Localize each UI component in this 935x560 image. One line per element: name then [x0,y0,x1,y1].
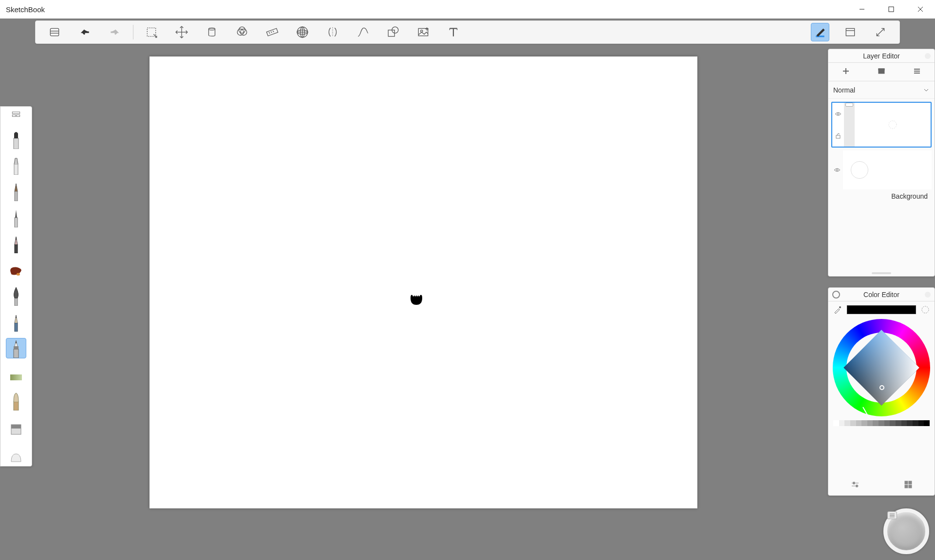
canvas[interactable] [150,56,697,508]
brush-smudge[interactable] [6,391,26,411]
svg-rect-54 [11,425,21,429]
gray-ramp[interactable] [828,417,935,426]
window-icon[interactable] [841,23,860,41]
brush-pencil[interactable] [6,234,26,254]
layer-opacity-slider[interactable] [844,103,855,147]
maximize-button[interactable] [877,0,906,19]
brush-paint[interactable] [6,260,26,280]
brush-airbrush[interactable] [6,338,26,358]
brush-eraser-soft[interactable] [6,443,26,463]
gray-cell[interactable] [901,420,907,426]
brush-chisel[interactable] [6,155,26,176]
undo-icon[interactable] [75,23,94,41]
gray-cell[interactable] [873,420,879,426]
layer-row-1[interactable] [831,102,932,148]
gray-cell[interactable] [867,420,873,426]
gray-cell[interactable] [913,420,918,426]
guides-icon[interactable] [233,23,251,41]
gray-cell[interactable] [896,420,901,426]
panel-resize-handle[interactable] [872,272,891,274]
svg-rect-39 [12,115,16,116]
gray-cell[interactable] [844,420,850,426]
brush-technical-pen[interactable] [6,207,26,228]
color-editor-bottom [828,476,935,495]
color-editor-title: Color Editor [863,291,899,299]
gray-cell[interactable] [833,420,839,426]
color-cursor[interactable] [879,385,884,390]
blend-mode-select[interactable]: Normal [828,81,935,99]
brush-flat[interactable] [6,364,26,385]
brush-eraser-hard[interactable] [6,417,26,437]
app-title: SketchBook [6,5,45,14]
layer-row-background[interactable] [831,150,932,189]
svg-rect-49 [14,349,19,358]
gray-cell[interactable] [850,420,856,426]
layer-editor-header[interactable]: Layer Editor [828,49,935,63]
transparent-icon[interactable] [921,305,930,314]
brush-marker[interactable] [6,129,26,149]
close-button[interactable] [906,0,935,19]
panel-collapse-icon[interactable] [925,292,931,298]
svg-rect-71 [853,482,855,484]
layer-bg-icon[interactable] [877,67,886,77]
gray-cell[interactable] [884,420,890,426]
brush-pen[interactable] [6,181,26,202]
svg-point-62 [837,113,839,115]
gray-cell[interactable] [890,420,896,426]
svg-rect-58 [879,69,884,70]
svg-rect-24 [388,30,394,37]
minimize-button[interactable] [847,0,877,19]
svg-rect-40 [17,115,20,116]
color-pick-row [828,301,935,318]
layer-thumbnail [855,103,931,147]
color-wheel[interactable] [833,319,930,416]
svg-rect-50 [14,346,19,349]
eye-icon[interactable] [835,111,842,117]
redo-icon[interactable] [106,23,124,41]
gray-cell[interactable] [861,420,867,426]
select-icon[interactable] [142,23,161,41]
brush-puck[interactable] [883,508,929,554]
svg-rect-1 [889,7,894,12]
fill-icon[interactable] [203,23,221,41]
gray-cell[interactable] [839,420,845,426]
svg-rect-52 [14,402,19,411]
curve-icon[interactable] [354,23,372,41]
layer-list: Background [828,99,935,203]
gray-cell[interactable] [918,420,924,426]
fullscreen-icon[interactable] [871,23,890,41]
color-wheel-icon[interactable] [832,291,840,299]
lock-icon[interactable] [835,132,842,139]
image-icon[interactable] [414,23,432,41]
svg-point-46 [17,273,20,276]
text-icon[interactable] [444,23,463,41]
sliders-icon[interactable] [851,480,860,491]
eye-icon[interactable] [834,167,841,173]
panel-collapse-icon[interactable] [925,53,931,59]
brush-mode-icon[interactable] [811,23,829,41]
symmetry-icon[interactable] [323,23,342,41]
layer-menu-icon[interactable] [913,67,921,77]
svg-rect-72 [856,485,858,487]
window-controls [847,0,935,19]
gray-cell[interactable] [856,420,862,426]
eyedropper-icon[interactable] [833,305,842,314]
shape-icon[interactable] [384,23,402,41]
color-editor-header[interactable]: Color Editor [828,288,935,301]
perspective-icon[interactable] [293,23,312,41]
swatches-icon[interactable] [904,480,913,491]
gray-cell[interactable] [907,420,913,426]
chevron-down-icon [923,87,930,93]
puck-handle-icon[interactable] [887,511,897,519]
brush-ink[interactable] [6,286,26,306]
gray-cell[interactable] [879,420,884,426]
add-layer-icon[interactable] [842,67,850,77]
brush-pencil-soft[interactable] [6,312,26,333]
menu-icon[interactable] [45,23,64,41]
current-color-swatch[interactable] [847,305,916,314]
transform-icon[interactable] [172,23,191,41]
gray-cell[interactable] [924,420,930,426]
svg-rect-74 [909,481,912,484]
ruler-icon[interactable] [263,23,281,41]
brush-library-icon[interactable] [0,110,32,119]
